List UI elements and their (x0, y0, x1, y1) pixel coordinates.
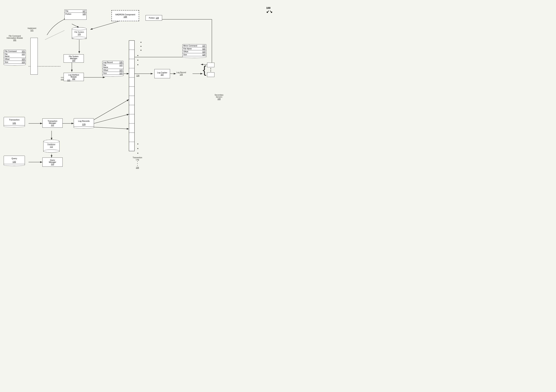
upper-dots: ••• (140, 40, 141, 53)
label-121-arrow: 121 (67, 79, 70, 81)
secondary-servers-label: SecondaryServers108 (215, 94, 224, 100)
transaction-log-label: TransactionLog•••106 (133, 157, 142, 169)
implement-label: Implement 121 (28, 27, 36, 31)
file-command-interception-box (31, 38, 38, 75)
bottom-dots: ••• (137, 142, 138, 156)
log-interface-module-box: Log Interface Module 102 (63, 73, 84, 81)
svg-line-31 (94, 100, 129, 120)
transaction-doc: Transaction 131 (4, 117, 25, 127)
log-record-right-label: Log Record 126 (177, 71, 186, 76)
log-cracker-box: Log Cracker 107 (154, 69, 170, 78)
svg-line-32 (94, 114, 129, 123)
database-cylinder: Database 112 (43, 140, 60, 157)
transaction-manager-box: Transaction Manager 111 (42, 118, 63, 128)
log-record-main-doc: Log Record 126 FileName 122 Offset 123 S… (102, 61, 124, 77)
secondary-servers: { (203, 63, 215, 77)
svg-line-33 (94, 127, 129, 129)
portion-right-box: Portion 128 (146, 15, 162, 21)
mirror-command-doc: Mirror Command 137 File Name 122 Offset … (182, 44, 206, 58)
file-system-manager-box: File System Manager 103 (63, 54, 84, 63)
file-system-cylinder: File System 104 (72, 27, 87, 44)
hadron-component-box: HADRON Component 194 (111, 10, 139, 21)
file-command-doc: File Command 121 FileName 122 Offset 123… (4, 50, 26, 66)
file-portion-box: File 127 Portion 128 (64, 10, 87, 20)
query-manager-box: Query Manager 113 (42, 157, 63, 167)
query-doc: Query 132 (4, 156, 25, 166)
log-records-doc: Log Records 129 (74, 118, 94, 129)
diagram-ref: 100 ↙↘ (266, 7, 272, 14)
svg-rect-5 (129, 40, 134, 151)
label-126-bar: 126 (136, 75, 139, 77)
middle-dots: ••• (137, 54, 138, 67)
svg-line-37 (45, 31, 64, 40)
svg-line-23 (72, 24, 79, 28)
file-command-interception-label: File Command Interception Module 101 (4, 35, 26, 41)
